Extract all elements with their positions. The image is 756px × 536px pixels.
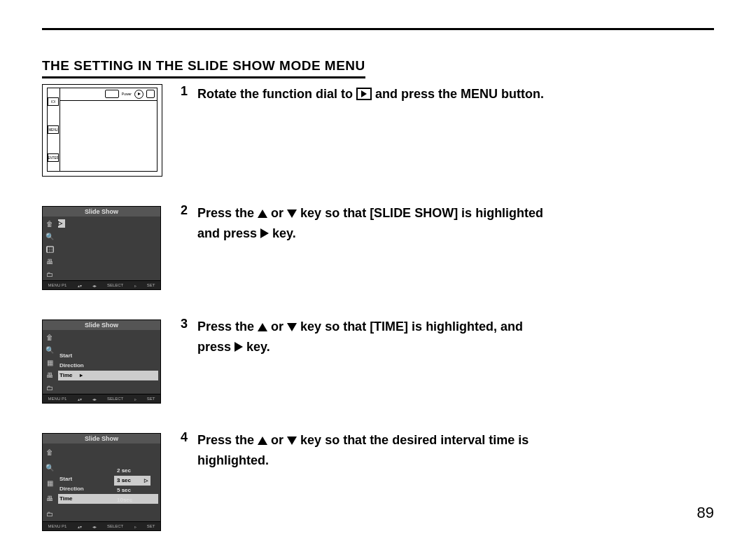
step-text: key. <box>246 340 270 354</box>
step-text: Press the <box>197 206 258 220</box>
footer-select: SELECT <box>107 524 123 528</box>
trash-icon: 🗑 <box>46 221 53 228</box>
magnify-icon: 🔍 <box>46 347 54 354</box>
camera-btn-ioi: IOI <box>48 97 59 106</box>
play-icon: ▹ <box>134 397 136 401</box>
step-text: or <box>271 206 287 220</box>
camera-btn-enter: ENTER <box>48 153 59 162</box>
up-key-icon <box>258 323 267 331</box>
right-key-icon <box>260 228 269 238</box>
footer-menu: MENU P1 <box>48 524 67 528</box>
menu-item-start: Start <box>58 351 158 361</box>
page-number: 89 <box>697 504 714 522</box>
step-text: or <box>271 319 287 334</box>
play-dial-icon <box>134 90 144 99</box>
play-icon: ▹ <box>134 283 136 288</box>
down-key-icon <box>287 209 297 218</box>
lcd-screenshot-interval: Slide Show 🗑 🔍 ▦ 🖶 🗀 Start Direction Tim… <box>42 433 161 531</box>
step-text: or <box>271 433 287 447</box>
step-text: key so that the desired interval time is <box>300 433 528 447</box>
updown-icon: ▴▾ <box>78 283 82 288</box>
step-text: key so that [SLIDE SHOW] is highlighted <box>300 206 543 220</box>
lcd-title: Slide Show <box>43 320 160 330</box>
down-key-icon <box>287 437 297 445</box>
step-1: 1 Rotate the function dial to and press … <box>181 84 544 104</box>
step-number: 4 <box>181 430 190 445</box>
lcd-title: Slide Show <box>43 434 160 444</box>
step-number: 2 <box>181 203 190 218</box>
interval-option-5sec: 5 sec <box>114 486 150 495</box>
magnify-icon: 🔍 <box>46 233 54 240</box>
up-key-icon <box>258 437 267 445</box>
trash-icon: 🗑 <box>46 334 53 341</box>
footer-menu: MENU P1 <box>48 283 67 287</box>
step-text: Press the <box>197 433 258 447</box>
section-heading: THE SETTING IN THE SLIDE SHOW MODE MENU <box>42 58 365 78</box>
folder-icon: 🗀 <box>46 511 53 518</box>
slideshow-icon: ▦ <box>47 359 53 366</box>
footer-set: SET <box>147 524 155 528</box>
step-text: Rotate the function dial to <box>197 87 356 101</box>
step-2: 2 Press the or key so that [SLIDE SHOW] … <box>181 203 543 244</box>
camera-btn-menu: MENU <box>48 125 59 134</box>
step-text: key so that [TIME] is highlighted, and <box>300 319 523 334</box>
updown-icon: ▴▾ <box>78 524 82 529</box>
print-icon: 🖶 <box>46 259 53 266</box>
menu-item-time: Time▸ <box>58 371 158 380</box>
camera-diagram: Power IOI MENU ENTER <box>42 84 162 177</box>
right-key-icon <box>234 342 243 352</box>
power-label: Power <box>122 92 132 96</box>
up-key-icon <box>258 209 267 218</box>
interval-option-10sec: 10sec <box>114 495 150 505</box>
lcd-screenshot-slideshow: Slide Show 🗑 🔍 ▦ 🖶 🗀 ▷ MENU P1 ▴▾ <box>42 206 161 290</box>
step-text: Press the <box>197 319 258 334</box>
step-text: and press <box>197 226 260 240</box>
top-rule <box>42 28 714 51</box>
menu-item-direction: Direction <box>58 361 158 371</box>
footer-set: SET <box>147 397 155 401</box>
slideshow-icon: ▦ <box>47 480 53 487</box>
step-number: 3 <box>181 317 190 331</box>
footer-select: SELECT <box>107 397 123 401</box>
interval-option-3sec: 3 sec▷ <box>114 476 150 486</box>
lcd-title: Slide Show <box>43 207 160 217</box>
print-icon: 🖶 <box>46 372 53 379</box>
slideshow-icon: ▦ <box>46 246 54 253</box>
play-mode-icon <box>356 88 372 100</box>
step-text: key. <box>272 226 296 240</box>
footer-set: SET <box>147 283 155 287</box>
step-text: highlighted. <box>197 453 269 467</box>
footer-menu: MENU P1 <box>48 397 67 401</box>
leftright-icon: ◂▸ <box>92 524 97 529</box>
updown-icon: ▴▾ <box>78 397 82 401</box>
print-icon: 🖶 <box>46 495 53 502</box>
interval-option-2sec: 2 sec <box>114 466 150 476</box>
trash-icon: 🗑 <box>46 449 53 456</box>
play-icon: ▹ <box>134 524 136 529</box>
lcd-screenshot-time: Slide Show 🗑 🔍 ▦ 🖶 🗀 Start Direction Tim… <box>42 319 161 404</box>
menu-caret: ▷ <box>58 219 65 228</box>
folder-icon: 🗀 <box>46 385 53 392</box>
leftright-icon: ◂▸ <box>92 397 97 401</box>
magnify-icon: 🔍 <box>46 465 54 472</box>
step-number: 1 <box>181 84 190 99</box>
footer-select: SELECT <box>107 283 123 287</box>
folder-icon: 🗀 <box>46 271 53 278</box>
step-text: press <box>197 340 234 354</box>
step-3: 3 Press the or key so that [TIME] is hig… <box>181 317 523 357</box>
leftright-icon: ◂▸ <box>92 283 97 288</box>
down-key-icon <box>287 323 297 331</box>
step-4: 4 Press the or key so that the desired i… <box>181 430 528 471</box>
step-text: and press the MENU button. <box>375 87 544 101</box>
